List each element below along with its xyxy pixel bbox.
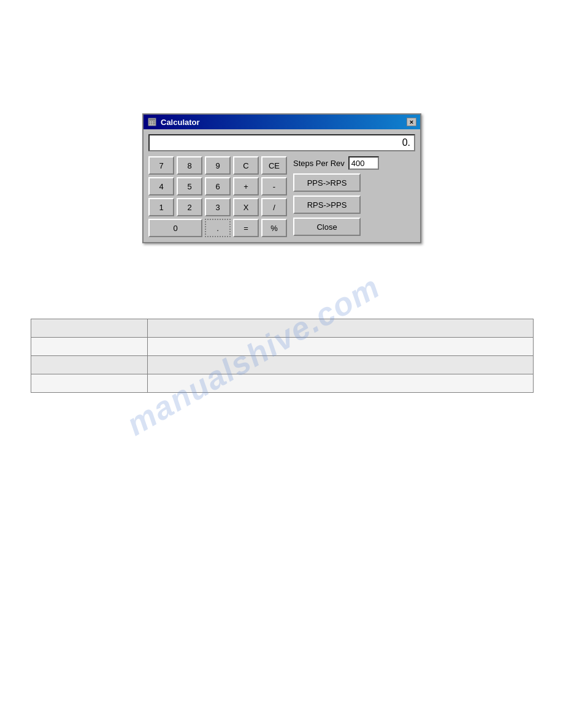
btn-percent[interactable]: % [261, 219, 287, 237]
btn-multiply[interactable]: X [233, 198, 259, 216]
btn-equals[interactable]: = [233, 219, 259, 237]
table-cell [31, 374, 148, 393]
table-row [31, 338, 534, 356]
svg-rect-7 [153, 123, 155, 124]
button-row-2: 4 5 6 + - [148, 177, 287, 195]
btn-3[interactable]: 3 [205, 198, 231, 216]
table-row [31, 356, 534, 374]
steps-label: Steps Per Rev [293, 159, 345, 168]
btn-minus[interactable]: - [261, 177, 287, 195]
button-section: 7 8 9 C CE 4 5 6 + - 1 2 3 [148, 156, 415, 237]
btn-dot[interactable]: . [205, 219, 231, 237]
table-row [31, 374, 534, 393]
calc-right: Steps Per Rev PPS->RPS RPS->PPS Close [293, 156, 379, 237]
svg-rect-4 [153, 121, 155, 123]
btn-divide[interactable]: / [261, 198, 287, 216]
btn-2[interactable]: 2 [177, 198, 202, 216]
table-cell [148, 338, 534, 356]
btn-4[interactable]: 4 [148, 177, 174, 195]
btn-1[interactable]: 1 [148, 198, 174, 216]
btn-9[interactable]: 9 [205, 156, 231, 175]
btn-c[interactable]: C [233, 156, 259, 175]
data-table [31, 319, 534, 393]
btn-5[interactable]: 5 [177, 177, 202, 195]
table-cell [148, 356, 534, 374]
button-row-4: 0 . = % [148, 219, 287, 237]
close-button[interactable]: × [407, 118, 416, 126]
table-cell [148, 319, 534, 338]
table-cell [31, 356, 148, 374]
title-bar: Calculator × [144, 115, 420, 129]
btn-close[interactable]: Close [293, 218, 361, 236]
calculator-window: Calculator × 0. 7 8 9 C CE 4 [142, 113, 421, 243]
button-row-1: 7 8 9 C CE [148, 156, 287, 175]
table-cell [31, 319, 148, 338]
svg-rect-3 [151, 121, 152, 123]
steps-row: Steps Per Rev [293, 156, 379, 170]
display: 0. [148, 134, 415, 151]
window-title: Calculator [161, 118, 200, 127]
calc-body: 0. 7 8 9 C CE 4 5 6 + - [144, 129, 420, 242]
btn-plus[interactable]: + [233, 177, 259, 195]
title-bar-left: Calculator [147, 117, 200, 127]
btn-pps-rps[interactable]: PPS->RPS [293, 173, 361, 192]
calculator-icon [147, 117, 157, 127]
table-cell [31, 338, 148, 356]
steps-input[interactable] [348, 156, 379, 170]
svg-rect-5 [149, 123, 150, 124]
display-value: 0. [402, 137, 410, 148]
btn-ce[interactable]: CE [261, 156, 287, 175]
btn-7[interactable]: 7 [148, 156, 174, 175]
svg-rect-1 [149, 119, 155, 121]
btn-8[interactable]: 8 [177, 156, 202, 175]
right-panel: Steps Per Rev PPS->RPS RPS->PPS Close [293, 156, 379, 236]
button-row-3: 1 2 3 X / [148, 198, 287, 216]
svg-rect-6 [151, 123, 152, 124]
btn-rps-pps[interactable]: RPS->PPS [293, 195, 361, 214]
btn-6[interactable]: 6 [205, 177, 231, 195]
btn-0[interactable]: 0 [148, 219, 202, 237]
svg-rect-2 [149, 121, 150, 123]
table-cell [148, 374, 534, 393]
calc-left: 7 8 9 C CE 4 5 6 + - 1 2 3 [148, 156, 287, 237]
table-row [31, 319, 534, 338]
